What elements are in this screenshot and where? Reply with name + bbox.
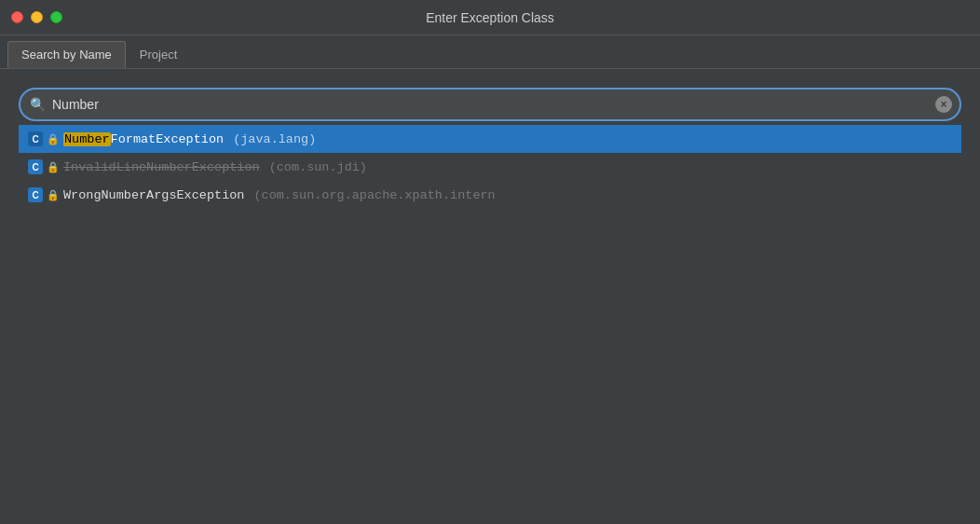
- lock-icon: 🔒: [47, 132, 60, 145]
- class-icon: C: [28, 131, 43, 146]
- class-name: WrongNumberArgsException: [63, 188, 244, 202]
- package-name: (com.sun.jdi): [269, 160, 367, 174]
- search-input[interactable]: [19, 88, 961, 121]
- clear-button[interactable]: ×: [935, 96, 952, 113]
- class-name: InvalidLineNumberException: [63, 160, 260, 174]
- tab-project[interactable]: Project: [126, 41, 191, 68]
- package-name: (java.lang): [233, 132, 316, 146]
- results-list: C 🔒 NumberFormatException (java.lang) C …: [19, 125, 961, 209]
- window-title: Enter Exception Class: [426, 10, 554, 25]
- result-item[interactable]: C 🔒 NumberFormatException (java.lang): [19, 125, 961, 153]
- title-bar: Enter Exception Class: [0, 0, 980, 35]
- close-button[interactable]: [11, 11, 23, 23]
- class-icon: C: [28, 187, 43, 202]
- lock-icon: 🔒: [47, 160, 60, 173]
- package-name: (com.sun.org.apache.xpath.intern: [253, 188, 495, 202]
- maximize-button[interactable]: [50, 11, 62, 23]
- result-item[interactable]: C 🔒 WrongNumberArgsException (com.sun.or…: [19, 181, 961, 209]
- class-name: NumberFormatException: [63, 132, 224, 146]
- lock-icon: 🔒: [47, 188, 60, 201]
- search-wrapper: 🔍 ×: [19, 88, 961, 121]
- tab-search-by-name[interactable]: Search by Name: [7, 41, 126, 68]
- highlight-text: Number: [63, 132, 111, 146]
- traffic-lights: [11, 11, 62, 23]
- result-item[interactable]: C 🔒 InvalidLineNumberException (com.sun.…: [19, 153, 961, 181]
- content-area: 🔍 × C 🔒 NumberFormatException (java.lang…: [0, 69, 980, 224]
- minimize-button[interactable]: [31, 11, 43, 23]
- class-icon: C: [28, 159, 43, 174]
- tabs-bar: Search by Name Project: [0, 35, 980, 69]
